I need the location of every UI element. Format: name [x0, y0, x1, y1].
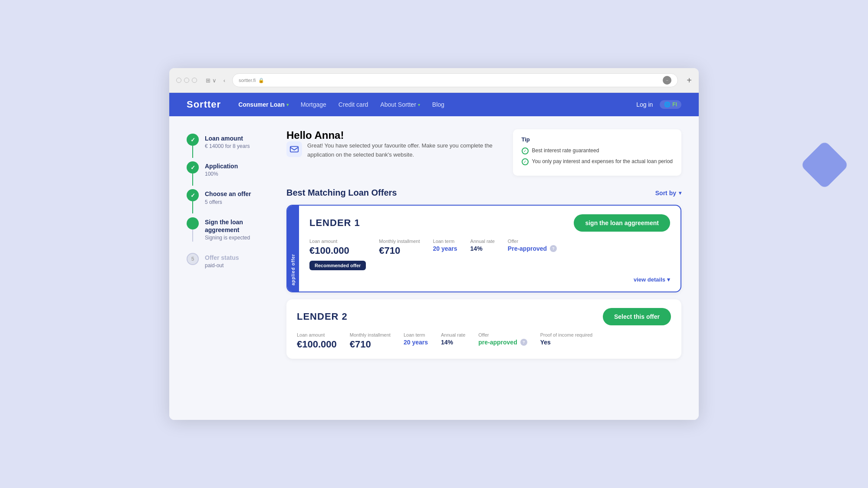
tip-text-2: You only pay interest and expenses for t… — [532, 158, 673, 165]
sort-by-btn[interactable]: Sort by ▾ — [655, 190, 681, 197]
lender2-name: LENDER 2 — [297, 311, 348, 322]
address-bar[interactable]: sortter.fi 🔒 ·· — [232, 73, 678, 87]
step-title-3: Choose an offer — [205, 190, 251, 198]
step-title-2: Application — [205, 162, 238, 170]
nav-credit-card[interactable]: Credit card — [339, 101, 368, 108]
connector-4 — [192, 229, 193, 242]
hello-section: Hello Anna! Great! You have selected you… — [286, 129, 681, 176]
offer-info-icon-2[interactable]: ? — [520, 339, 527, 346]
field-annual-rate-1: Annual rate 14% — [470, 239, 495, 252]
nav-about[interactable]: About Sortter ▾ — [380, 101, 420, 108]
step-choose-offer: Choose an offer 5 offers — [187, 189, 273, 205]
navbar-links: Consumer Loan ▾ Mortgage Credit card Abo… — [238, 101, 636, 108]
offer-value-1: Pre-approved — [508, 245, 547, 252]
offers-header: Best Matching Loan Offers Sort by ▾ — [286, 188, 681, 198]
connector-3 — [192, 201, 193, 213]
loan-amount-label-1: Loan amount — [309, 239, 366, 244]
step-info-3: Choose an offer 5 offers — [205, 189, 251, 205]
offer-info-icon-1[interactable]: ? — [550, 245, 557, 252]
offer-details-1: Loan amount €100.000 Recommended offer M… — [309, 239, 670, 270]
loan-term-value-2: 20 years — [404, 339, 428, 346]
main-content: Loan amount € 14000 for 8 years Applicat… — [169, 116, 699, 420]
offer-label-2: Offer — [478, 332, 527, 337]
loan-term-value-1: 20 years — [433, 245, 457, 252]
applied-tag: applied offer — [287, 206, 299, 291]
offer-top-1: LENDER 1 sign the loan aggreement — [309, 214, 670, 232]
annual-rate-label-1: Annual rate — [470, 239, 495, 244]
tip-title: Tip — [522, 136, 673, 143]
step-sub-4: Signing is expected — [205, 235, 273, 241]
field-proof-2: Proof of income required Yes — [540, 332, 592, 346]
annual-rate-label-2: Annual rate — [441, 332, 465, 337]
page-switcher-btn[interactable]: ⊞ ∨ — [204, 76, 218, 85]
sidebar: Loan amount € 14000 for 8 years Applicat… — [187, 129, 273, 407]
tip-check-2: ✓ — [522, 158, 529, 165]
sign-agreement-btn[interactable]: sign the loan aggreement — [574, 214, 670, 232]
offer-details-2: Loan amount €100.000 Monthly installment… — [297, 332, 671, 350]
url-text: sortter.fi — [239, 78, 256, 83]
fi-badge: 🌐 FI — [660, 100, 681, 109]
hello-icon — [286, 141, 302, 157]
select-offer-btn[interactable]: Select this offer — [603, 308, 671, 325]
step-info-1: Loan amount € 14000 for 8 years — [205, 134, 250, 149]
navbar-right: Log in 🌐 FI — [636, 100, 681, 109]
step-loan-amount: Loan amount € 14000 for 8 years — [187, 134, 273, 149]
offer-footer-1: view details ▾ — [309, 276, 670, 283]
step-sub-3: 5 offers — [205, 199, 251, 205]
proof-value-2: Yes — [540, 339, 592, 346]
field-offer-1: Offer Pre-approved ? — [508, 239, 557, 252]
tip-item-1: ✓ Best interest rate guaranteed — [522, 147, 673, 154]
loan-amount-label-2: Loan amount — [297, 332, 337, 337]
back-btn[interactable]: ‹ — [222, 76, 227, 85]
nav-mortgage[interactable]: Mortgage — [301, 101, 326, 108]
connector-1 — [192, 146, 193, 158]
mail-icon — [289, 144, 299, 154]
lock-icon: 🔒 — [258, 78, 264, 83]
step-circle-4 — [187, 217, 199, 229]
field-monthly-2: Monthly installment €710 — [350, 332, 391, 350]
step-info-4: Sign the loan aggreement Signing is expe… — [205, 217, 273, 241]
tip-check-1: ✓ — [522, 147, 529, 154]
browser-ext-icon: ·· — [663, 76, 671, 85]
loan-term-label-1: Loan term — [433, 239, 457, 244]
monthly-value-2: €710 — [350, 339, 391, 350]
field-annual-rate-2: Annual rate 14% — [441, 332, 465, 346]
step-info-5: Offer status paid-out — [205, 253, 239, 269]
offer-inner-2: LENDER 2 Select this offer Loan amount €… — [286, 299, 681, 359]
step-info-2: Application 100% — [205, 161, 238, 177]
field-loan-term-2: Loan term 20 years — [404, 332, 428, 346]
loan-amount-value-1: €100.000 — [309, 245, 366, 256]
tip-text-1: Best interest rate guaranteed — [532, 147, 599, 154]
field-offer-2: Offer pre-approved ? — [478, 332, 527, 346]
proof-label-2: Proof of income required — [540, 332, 592, 337]
step-offer-status: 5 Offer status paid-out — [187, 253, 273, 269]
monthly-value-1: €710 — [379, 245, 420, 256]
consumer-loan-arrow: ▾ — [286, 102, 289, 107]
browser-chrome: ⊞ ∨ ‹ sortter.fi 🔒 ·· + — [169, 68, 699, 93]
view-details-btn-1[interactable]: view details ▾ — [634, 276, 670, 283]
offer-card-lender1: applied offer LENDER 1 sign the loan agg… — [286, 205, 681, 292]
nav-consumer-loan[interactable]: Consumer Loan ▾ — [238, 101, 289, 108]
field-loan-amount-1: Loan amount €100.000 Recommended offer — [309, 239, 366, 270]
monthly-label-1: Monthly installment — [379, 239, 420, 244]
content-area: Hello Anna! Great! You have selected you… — [286, 129, 681, 407]
offers-title: Best Matching Loan Offers — [286, 188, 397, 198]
navbar-logo: Sortter — [187, 99, 221, 110]
login-link[interactable]: Log in — [636, 101, 653, 108]
hello-text-block: Hello Anna! Great! You have selected you… — [286, 129, 504, 160]
recommended-badge: Recommended offer — [309, 261, 366, 270]
field-loan-amount-2: Loan amount €100.000 — [297, 332, 337, 350]
tip-item-2: ✓ You only pay interest and expenses for… — [522, 158, 673, 165]
lender1-name: LENDER 1 — [309, 217, 360, 229]
field-monthly-1: Monthly installment €710 — [379, 239, 420, 256]
step-sign-aggreement: Sign the loan aggreement Signing is expe… — [187, 217, 273, 241]
offer-top-2: LENDER 2 Select this offer — [297, 308, 671, 325]
svg-rect-0 — [290, 147, 298, 152]
browser-dot-3 — [192, 78, 197, 83]
step-title-4: Sign the loan aggreement — [205, 218, 273, 234]
diamond-decoration — [800, 140, 849, 189]
nav-blog[interactable]: Blog — [432, 101, 444, 108]
add-tab-btn[interactable]: + — [687, 75, 692, 85]
annual-rate-value-2: 14% — [441, 339, 465, 346]
step-circle-5: 5 — [187, 253, 199, 265]
